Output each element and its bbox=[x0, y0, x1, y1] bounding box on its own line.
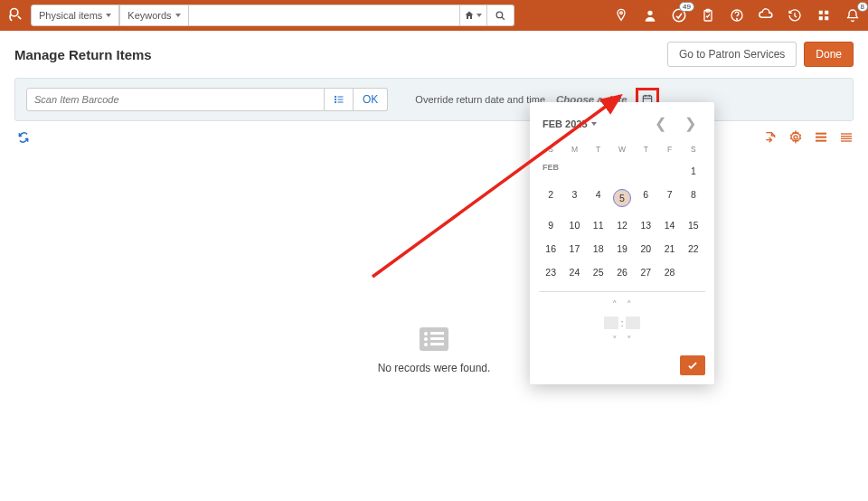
location-icon[interactable] bbox=[613, 7, 629, 24]
caret-down-icon bbox=[476, 14, 482, 17]
apps-icon[interactable] bbox=[816, 7, 832, 24]
ok-button[interactable]: OK bbox=[354, 88, 388, 111]
scope-label: Physical items bbox=[39, 10, 102, 21]
svg-rect-9 bbox=[819, 11, 823, 14]
minute-field[interactable] bbox=[626, 317, 640, 329]
empty-list-icon bbox=[420, 327, 448, 351]
weekday-row: SMTWTFS bbox=[539, 145, 705, 154]
tasks-badge: 49 bbox=[679, 2, 694, 12]
list-toolbar bbox=[14, 128, 854, 147]
empty-state: No records were found. bbox=[0, 327, 868, 374]
calendar-day[interactable]: 3 bbox=[562, 183, 586, 213]
caret-down-icon bbox=[591, 122, 597, 126]
ok-group: OK bbox=[325, 88, 388, 111]
field-label: Keywords bbox=[127, 10, 171, 21]
month-year-selector[interactable]: FEB 2025 bbox=[542, 118, 597, 129]
calendar-day[interactable]: 28 bbox=[657, 260, 681, 284]
calendar-day[interactable]: 25 bbox=[587, 260, 610, 284]
svg-rect-28 bbox=[841, 136, 852, 137]
calendar-day[interactable]: 13 bbox=[634, 213, 657, 237]
svg-rect-27 bbox=[841, 133, 852, 134]
confirm-date-button[interactable] bbox=[680, 355, 705, 375]
calendar-day[interactable]: 14 bbox=[657, 213, 681, 237]
home-button[interactable] bbox=[460, 5, 487, 26]
gear-icon[interactable] bbox=[788, 130, 803, 145]
alerts-badge: 8 bbox=[857, 2, 868, 12]
date-picker-popup: FEB 2025 ❮ ❯ SMTWTFS FEB 1 2345678910111… bbox=[530, 102, 714, 384]
caret-down-icon bbox=[175, 14, 181, 17]
calendar-day[interactable]: 7 bbox=[657, 183, 681, 213]
calendar-day[interactable]: 16 bbox=[539, 237, 562, 260]
calendar-day[interactable]: 9 bbox=[539, 213, 562, 237]
view-options bbox=[763, 130, 854, 145]
page-title: Manage Return Items bbox=[14, 47, 667, 62]
minute-up[interactable]: ˄ bbox=[627, 299, 632, 311]
calendar-day[interactable]: 6 bbox=[634, 183, 657, 213]
calendar-day[interactable]: 18 bbox=[587, 237, 610, 260]
hour-up[interactable]: ˄ bbox=[612, 299, 618, 311]
calendar-day[interactable]: 2 bbox=[539, 183, 562, 213]
month-short: FEB bbox=[539, 159, 562, 183]
calendar-day[interactable]: 11 bbox=[587, 213, 610, 237]
minute-down[interactable]: ˅ bbox=[627, 335, 632, 346]
patron-services-button[interactable]: Go to Patron Services bbox=[667, 42, 797, 67]
refresh-icon[interactable] bbox=[14, 128, 33, 147]
calendar-day[interactable]: 8 bbox=[682, 183, 705, 213]
calendar-day[interactable]: 24 bbox=[562, 260, 586, 284]
calendar-day[interactable]: 26 bbox=[610, 260, 634, 284]
clipboard-icon[interactable] bbox=[700, 7, 716, 24]
next-month-button[interactable]: ❯ bbox=[679, 113, 702, 134]
cloud-icon[interactable] bbox=[758, 7, 774, 24]
svg-point-0 bbox=[11, 9, 18, 16]
scope-dropdown[interactable]: Physical items bbox=[31, 5, 119, 26]
prev-month-button[interactable]: ❮ bbox=[649, 113, 672, 134]
calendar-day[interactable]: 5 bbox=[610, 183, 634, 213]
svg-point-13 bbox=[335, 96, 336, 98]
search-input[interactable] bbox=[189, 5, 460, 26]
svg-rect-10 bbox=[825, 11, 828, 14]
calendar-day[interactable]: 17 bbox=[562, 237, 586, 260]
list-icon[interactable] bbox=[325, 88, 354, 111]
svg-rect-12 bbox=[825, 16, 828, 20]
history-icon[interactable] bbox=[787, 7, 803, 24]
svg-point-14 bbox=[335, 99, 336, 100]
override-label: Override return date and time bbox=[415, 94, 545, 105]
calendar-day[interactable]: 12 bbox=[610, 213, 634, 237]
svg-rect-26 bbox=[816, 140, 826, 142]
month-year-label: FEB 2025 bbox=[542, 118, 588, 129]
caret-down-icon bbox=[106, 14, 111, 17]
top-bar: Physical items Keywords 49 8 bbox=[0, 0, 868, 31]
svg-rect-25 bbox=[816, 137, 826, 138]
empty-message: No records were found. bbox=[0, 362, 868, 374]
alerts-icon[interactable]: 8 bbox=[844, 7, 861, 24]
calendar-day[interactable]: 1 bbox=[682, 159, 705, 183]
app-logo[interactable] bbox=[7, 5, 27, 25]
calendar-day[interactable]: 10 bbox=[562, 213, 586, 237]
tasks-icon[interactable]: 49 bbox=[671, 7, 687, 24]
field-dropdown[interactable]: Keywords bbox=[119, 5, 188, 26]
svg-rect-29 bbox=[841, 138, 852, 139]
export-icon[interactable] bbox=[763, 130, 778, 145]
calendar-day[interactable]: 15 bbox=[682, 213, 705, 237]
help-icon[interactable] bbox=[729, 7, 745, 24]
calendar-day[interactable]: 22 bbox=[682, 237, 705, 260]
search-button[interactable] bbox=[487, 5, 514, 26]
detail-view-icon[interactable] bbox=[814, 130, 828, 145]
calendar-day[interactable]: 21 bbox=[657, 237, 681, 260]
done-button[interactable]: Done bbox=[804, 42, 854, 67]
svg-rect-11 bbox=[819, 16, 823, 20]
user-icon[interactable] bbox=[642, 7, 658, 24]
calendar-day[interactable]: 4 bbox=[587, 183, 610, 213]
calendar-day[interactable]: 20 bbox=[634, 237, 657, 260]
search-group: Physical items Keywords bbox=[31, 5, 514, 26]
calendar-day[interactable]: 27 bbox=[634, 260, 657, 284]
calendar-day[interactable]: 23 bbox=[539, 260, 562, 284]
calendar-day[interactable]: 19 bbox=[610, 237, 634, 260]
hour-field[interactable] bbox=[604, 317, 618, 329]
compact-view-icon[interactable] bbox=[839, 130, 854, 145]
hour-down[interactable]: ˅ bbox=[612, 335, 618, 346]
svg-point-3 bbox=[647, 11, 652, 15]
barcode-input[interactable] bbox=[26, 88, 325, 111]
svg-rect-30 bbox=[841, 140, 852, 141]
svg-point-15 bbox=[335, 101, 336, 103]
